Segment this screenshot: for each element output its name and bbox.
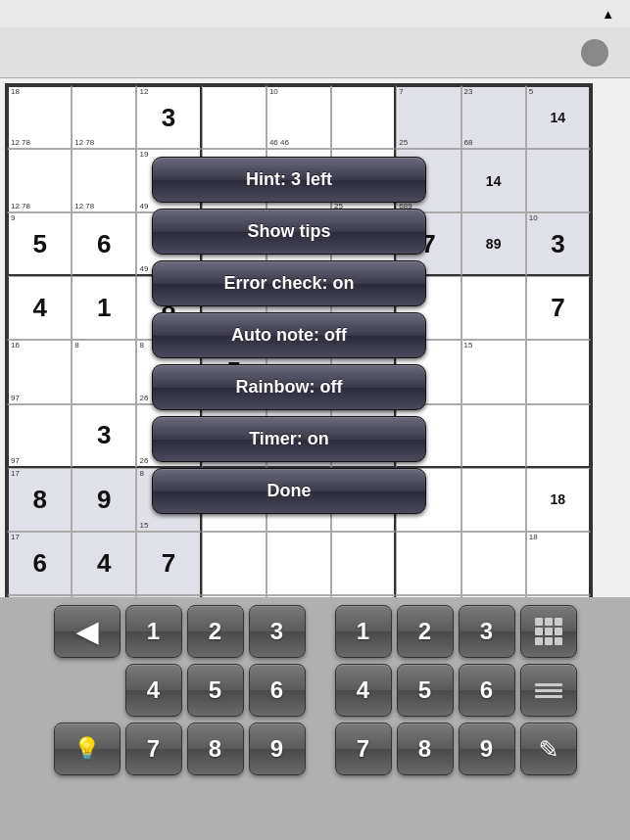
menu-btn-error-check[interactable]: Error check: on	[152, 260, 426, 306]
kb-btn-7a[interactable]: 7	[125, 723, 182, 775]
notes-0-0: 12 78	[11, 139, 30, 147]
kb-btn-2b[interactable]: 2	[397, 605, 454, 658]
cell-7-6[interactable]	[396, 532, 460, 595]
cell-3-0[interactable]: 4	[7, 276, 72, 340]
pencil-button[interactable]: ✏	[520, 723, 577, 775]
kb-row-1: ◀ 1 2 3 1 2 3	[8, 605, 622, 658]
pause-button[interactable]	[581, 39, 608, 67]
kb-btn-7b[interactable]: 7	[335, 723, 392, 775]
cell-1-8[interactable]	[526, 149, 591, 212]
cell-1-1[interactable]: 12 78	[72, 149, 136, 212]
cell-1-7[interactable]: 14	[461, 149, 526, 212]
main-num-6-1: 9	[97, 485, 111, 515]
notepad-button[interactable]	[520, 664, 577, 717]
notes-2-2: 49	[139, 265, 148, 273]
kb-btn-4b[interactable]: 4	[335, 664, 392, 717]
cell-0-1[interactable]: 12 78	[72, 85, 136, 149]
wifi-icon: ▲	[602, 7, 614, 22]
kb-btn-9a[interactable]: 9	[249, 723, 306, 775]
notes-1-0: 12 78	[11, 203, 30, 210]
cell-0-0[interactable]: 1812 78	[7, 85, 72, 149]
cell-6-0[interactable]: 178	[7, 468, 72, 532]
kb-btn-5a[interactable]: 5	[187, 664, 244, 717]
kb-btn-4a[interactable]: 4	[125, 664, 182, 717]
main-num-3-8: 7	[551, 293, 564, 323]
cell-0-6[interactable]: 725	[396, 85, 460, 149]
cell-5-7[interactable]	[461, 404, 526, 468]
cell-2-1[interactable]: 6	[72, 212, 136, 276]
notes-6-2: 15	[139, 522, 148, 530]
cell-7-3[interactable]	[202, 532, 267, 595]
cell-4-8[interactable]	[526, 340, 591, 403]
kb-btn-6b[interactable]: 6	[459, 664, 515, 717]
kb-btn-8a[interactable]: 8	[187, 723, 244, 775]
kb-btn-5b[interactable]: 5	[397, 664, 454, 717]
pencil-icon: ✏	[530, 730, 566, 767]
status-bar: ▲	[0, 0, 630, 27]
cell-3-7[interactable]	[461, 276, 526, 340]
cell-5-8[interactable]	[526, 404, 591, 468]
cell-4-0[interactable]: 1697	[7, 340, 72, 403]
kb-btn-3a[interactable]: 3	[249, 605, 306, 658]
notepad-icon	[535, 683, 562, 698]
kb-btn-6a[interactable]: 6	[249, 664, 306, 717]
cell-2-0[interactable]: 95	[7, 212, 72, 276]
corner-note-6-0: 17	[11, 470, 20, 478]
kb-row-3: 💡 7 8 9 7 8 9 ✏	[8, 723, 622, 775]
cell-4-7[interactable]: 15	[461, 340, 526, 403]
main-num-1-7: 14	[486, 173, 502, 189]
cell-4-1[interactable]: 8	[72, 340, 136, 403]
menu-btn-rainbow[interactable]: Rainbow: off	[152, 364, 426, 410]
notes-0-6: 25	[399, 139, 408, 147]
cell-7-4[interactable]	[267, 532, 331, 595]
cell-2-7[interactable]: 89	[461, 212, 526, 276]
main-num-2-7: 89	[486, 236, 502, 252]
cell-0-4[interactable]: 1046 46	[267, 85, 331, 149]
cell-6-1[interactable]: 9	[72, 468, 136, 532]
lightbulb-button[interactable]: 💡	[54, 723, 121, 775]
main-num-2-0: 5	[32, 229, 46, 259]
cell-6-8[interactable]: 18	[526, 468, 591, 532]
cell-0-3[interactable]	[202, 85, 267, 149]
main-num-7-1: 4	[97, 548, 111, 579]
main-num-7-2: 7	[162, 548, 175, 579]
cell-7-2[interactable]: 7	[136, 532, 201, 595]
main-num-2-1: 6	[97, 229, 111, 259]
notes-1-2: 49	[139, 203, 148, 210]
notes-5-2: 26	[139, 457, 148, 465]
cell-7-7[interactable]	[461, 532, 526, 595]
cell-2-8[interactable]: 103	[526, 212, 591, 276]
cell-3-1[interactable]: 1	[72, 276, 136, 340]
main-num-2-8: 3	[551, 229, 564, 259]
cell-5-0[interactable]: 97	[7, 404, 72, 468]
cell-7-1[interactable]: 4	[72, 532, 136, 595]
menu-btn-done[interactable]: Done	[152, 468, 426, 514]
header	[0, 27, 630, 78]
back-button[interactable]: ◀	[54, 605, 121, 658]
cell-7-5[interactable]	[331, 532, 396, 595]
corner-note-6-2: 8	[139, 470, 143, 478]
menu-btn-show-tips[interactable]: Show tips	[152, 209, 426, 255]
cell-7-8[interactable]: 18	[526, 532, 591, 595]
menu-btn-hint[interactable]: Hint: 3 left	[152, 157, 426, 203]
kb-btn-2a[interactable]: 2	[187, 605, 244, 658]
cell-0-5[interactable]	[331, 85, 396, 149]
cell-7-0[interactable]: 176	[7, 532, 72, 595]
cell-6-7[interactable]	[461, 468, 526, 532]
cell-5-1[interactable]: 3	[72, 404, 136, 468]
cell-0-2[interactable]: 123	[136, 85, 201, 149]
cell-3-8[interactable]: 7	[526, 276, 591, 340]
kb-btn-8b[interactable]: 8	[397, 723, 454, 775]
corner-note-0-8: 5	[529, 88, 533, 96]
kb-btn-3b[interactable]: 3	[459, 605, 515, 658]
menu-btn-timer[interactable]: Timer: on	[152, 416, 426, 462]
kb-btn-9b[interactable]: 9	[459, 723, 515, 775]
kb-btn-1a[interactable]: 1	[125, 605, 182, 658]
menu-btn-auto-note[interactable]: Auto note: off	[152, 312, 426, 358]
kb-btn-1b[interactable]: 1	[335, 605, 392, 658]
calculator-icon	[535, 618, 562, 645]
calculator-button[interactable]	[520, 605, 577, 658]
cell-0-7[interactable]: 2368	[461, 85, 526, 149]
cell-0-8[interactable]: 514	[526, 85, 591, 149]
cell-1-0[interactable]: 12 78	[7, 149, 72, 212]
